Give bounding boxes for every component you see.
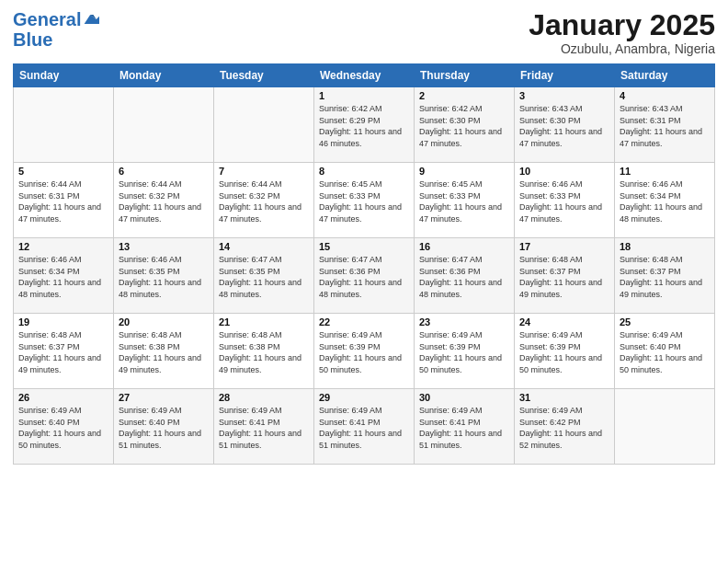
day-info: Sunrise: 6:47 AMSunset: 6:36 PMDaylight:… — [319, 254, 409, 300]
day-info: Sunrise: 6:48 AMSunset: 6:37 PMDaylight:… — [18, 329, 108, 375]
logo-text: General — [13, 9, 81, 29]
day-info: Sunrise: 6:46 AMSunset: 6:35 PMDaylight:… — [119, 254, 209, 300]
day-cell: 3Sunrise: 6:43 AMSunset: 6:30 PMDaylight… — [515, 87, 615, 163]
day-info: Sunrise: 6:44 AMSunset: 6:32 PMDaylight:… — [119, 178, 209, 224]
day-cell: 25Sunrise: 6:49 AMSunset: 6:40 PMDayligh… — [615, 314, 715, 389]
day-number: 21 — [219, 316, 309, 327]
day-number: 6 — [119, 166, 209, 177]
weekday-header-wednesday: Wednesday — [314, 64, 415, 87]
day-cell — [214, 87, 314, 163]
day-number: 1 — [319, 90, 409, 101]
day-cell: 1Sunrise: 6:42 AMSunset: 6:29 PMDaylight… — [314, 87, 415, 163]
day-info: Sunrise: 6:46 AMSunset: 6:33 PMDaylight:… — [519, 178, 609, 224]
day-number: 27 — [119, 392, 209, 403]
day-number: 5 — [18, 166, 108, 177]
day-info: Sunrise: 6:49 AMSunset: 6:42 PMDaylight:… — [519, 405, 609, 451]
logo: General Blue — [13, 9, 99, 50]
week-row-5: 26Sunrise: 6:49 AMSunset: 6:40 PMDayligh… — [14, 389, 715, 465]
day-cell: 27Sunrise: 6:49 AMSunset: 6:40 PMDayligh… — [114, 389, 214, 465]
day-info: Sunrise: 6:49 AMSunset: 6:41 PMDaylight:… — [219, 405, 309, 451]
day-number: 18 — [620, 241, 710, 252]
day-cell: 2Sunrise: 6:42 AMSunset: 6:30 PMDaylight… — [415, 87, 515, 163]
day-number: 25 — [620, 316, 710, 327]
day-info: Sunrise: 6:49 AMSunset: 6:40 PMDaylight:… — [119, 405, 209, 451]
day-number: 4 — [620, 90, 710, 101]
day-info: Sunrise: 6:49 AMSunset: 6:39 PMDaylight:… — [319, 329, 409, 375]
day-info: Sunrise: 6:43 AMSunset: 6:31 PMDaylight:… — [620, 103, 710, 149]
day-info: Sunrise: 6:49 AMSunset: 6:39 PMDaylight:… — [419, 329, 509, 375]
calendar: SundayMondayTuesdayWednesdayThursdayFrid… — [13, 63, 715, 465]
logo-blue-text: Blue — [13, 29, 52, 50]
day-info: Sunrise: 6:49 AMSunset: 6:41 PMDaylight:… — [419, 405, 509, 451]
day-number: 26 — [18, 392, 108, 403]
day-info: Sunrise: 6:45 AMSunset: 6:33 PMDaylight:… — [319, 178, 409, 224]
day-number: 28 — [219, 392, 309, 403]
day-cell: 7Sunrise: 6:44 AMSunset: 6:32 PMDaylight… — [214, 163, 314, 238]
day-number: 17 — [519, 241, 609, 252]
day-cell: 10Sunrise: 6:46 AMSunset: 6:33 PMDayligh… — [515, 163, 615, 238]
day-number: 19 — [18, 316, 108, 327]
day-info: Sunrise: 6:42 AMSunset: 6:30 PMDaylight:… — [419, 103, 509, 149]
day-number: 29 — [319, 392, 409, 403]
day-info: Sunrise: 6:46 AMSunset: 6:34 PMDaylight:… — [18, 254, 108, 300]
day-number: 2 — [419, 90, 509, 101]
day-info: Sunrise: 6:44 AMSunset: 6:32 PMDaylight:… — [219, 178, 309, 224]
day-cell: 4Sunrise: 6:43 AMSunset: 6:31 PMDaylight… — [615, 87, 715, 163]
day-cell: 18Sunrise: 6:48 AMSunset: 6:37 PMDayligh… — [615, 238, 715, 314]
page: General Blue January 2025 Ozubulu, Anamb… — [0, 0, 728, 563]
day-cell — [114, 87, 214, 163]
weekday-header-saturday: Saturday — [615, 64, 715, 87]
week-row-1: 1Sunrise: 6:42 AMSunset: 6:29 PMDaylight… — [14, 87, 715, 163]
weekday-header-thursday: Thursday — [415, 64, 515, 87]
day-info: Sunrise: 6:48 AMSunset: 6:38 PMDaylight:… — [219, 329, 309, 375]
week-row-3: 12Sunrise: 6:46 AMSunset: 6:34 PMDayligh… — [14, 238, 715, 314]
weekday-header-friday: Friday — [515, 64, 615, 87]
day-number: 14 — [219, 241, 309, 252]
day-cell: 26Sunrise: 6:49 AMSunset: 6:40 PMDayligh… — [14, 389, 114, 465]
day-cell: 15Sunrise: 6:47 AMSunset: 6:36 PMDayligh… — [314, 238, 415, 314]
day-cell: 17Sunrise: 6:48 AMSunset: 6:37 PMDayligh… — [515, 238, 615, 314]
day-cell — [14, 87, 114, 163]
day-number: 8 — [319, 166, 409, 177]
weekday-header-tuesday: Tuesday — [214, 64, 314, 87]
day-cell: 9Sunrise: 6:45 AMSunset: 6:33 PMDaylight… — [415, 163, 515, 238]
logo-icon — [83, 13, 99, 26]
day-number: 3 — [519, 90, 609, 101]
day-cell: 31Sunrise: 6:49 AMSunset: 6:42 PMDayligh… — [515, 389, 615, 465]
day-number: 15 — [319, 241, 409, 252]
day-cell: 20Sunrise: 6:48 AMSunset: 6:38 PMDayligh… — [114, 314, 214, 389]
day-cell: 16Sunrise: 6:47 AMSunset: 6:36 PMDayligh… — [415, 238, 515, 314]
day-cell: 21Sunrise: 6:48 AMSunset: 6:38 PMDayligh… — [214, 314, 314, 389]
day-info: Sunrise: 6:49 AMSunset: 6:40 PMDaylight:… — [18, 405, 108, 451]
day-number: 7 — [219, 166, 309, 177]
day-info: Sunrise: 6:47 AMSunset: 6:36 PMDaylight:… — [419, 254, 509, 300]
day-info: Sunrise: 6:49 AMSunset: 6:40 PMDaylight:… — [620, 329, 710, 375]
day-cell: 29Sunrise: 6:49 AMSunset: 6:41 PMDayligh… — [314, 389, 415, 465]
day-cell: 24Sunrise: 6:49 AMSunset: 6:39 PMDayligh… — [515, 314, 615, 389]
day-info: Sunrise: 6:42 AMSunset: 6:29 PMDaylight:… — [319, 103, 409, 149]
day-number: 22 — [319, 316, 409, 327]
weekday-header-monday: Monday — [114, 64, 214, 87]
day-cell: 23Sunrise: 6:49 AMSunset: 6:39 PMDayligh… — [415, 314, 515, 389]
day-number: 31 — [519, 392, 609, 403]
day-cell: 6Sunrise: 6:44 AMSunset: 6:32 PMDaylight… — [114, 163, 214, 238]
day-number: 13 — [119, 241, 209, 252]
month-title: January 2025 — [529, 9, 715, 41]
weekday-header-row: SundayMondayTuesdayWednesdayThursdayFrid… — [14, 64, 715, 87]
day-number: 9 — [419, 166, 509, 177]
weekday-header-sunday: Sunday — [14, 64, 114, 87]
day-info: Sunrise: 6:49 AMSunset: 6:41 PMDaylight:… — [319, 405, 409, 451]
subtitle: Ozubulu, Anambra, Nigeria — [529, 41, 715, 56]
day-number: 12 — [18, 241, 108, 252]
svg-marker-0 — [85, 15, 99, 24]
day-number: 20 — [119, 316, 209, 327]
day-number: 24 — [519, 316, 609, 327]
day-cell: 19Sunrise: 6:48 AMSunset: 6:37 PMDayligh… — [14, 314, 114, 389]
day-info: Sunrise: 6:47 AMSunset: 6:35 PMDaylight:… — [219, 254, 309, 300]
header: General Blue January 2025 Ozubulu, Anamb… — [13, 9, 715, 56]
day-info: Sunrise: 6:48 AMSunset: 6:38 PMDaylight:… — [119, 329, 209, 375]
day-cell: 22Sunrise: 6:49 AMSunset: 6:39 PMDayligh… — [314, 314, 415, 389]
day-number: 10 — [519, 166, 609, 177]
day-cell: 11Sunrise: 6:46 AMSunset: 6:34 PMDayligh… — [615, 163, 715, 238]
day-cell: 13Sunrise: 6:46 AMSunset: 6:35 PMDayligh… — [114, 238, 214, 314]
